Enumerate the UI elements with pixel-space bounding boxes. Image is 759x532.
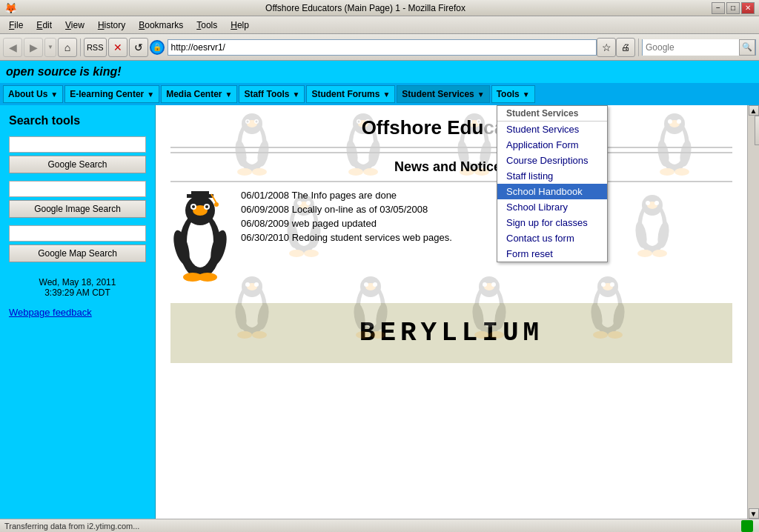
back-button[interactable]: ◀ bbox=[3, 38, 22, 57]
nav-staff-tools[interactable]: Staff Tools▼ bbox=[239, 85, 305, 103]
bookmark-star[interactable]: ☆ bbox=[597, 38, 616, 57]
site-title-area: Offshore Educators News and Notices bbox=[156, 105, 747, 288]
toolbar: ◀ ▶ ▼ ⌂ RSS ✕ ↺ 🔒 ☆ 🖨 🔍 bbox=[0, 34, 759, 61]
print-button[interactable]: 🖨 bbox=[616, 38, 635, 57]
svg-point-111 bbox=[252, 331, 267, 339]
svg-point-92 bbox=[192, 205, 195, 208]
dropdown-staff-listing[interactable]: Staff listing bbox=[497, 168, 607, 184]
dropdown-contact-form[interactable]: Contact us form bbox=[497, 230, 607, 246]
svg-point-121 bbox=[371, 331, 385, 339]
google-image-field[interactable] bbox=[9, 181, 146, 197]
site-tagline: open source is king! bbox=[6, 65, 122, 79]
svg-point-93 bbox=[205, 205, 208, 208]
google-search-go[interactable]: 🔍 bbox=[739, 39, 755, 56]
sidebar: Search tools Google Search Google Image … bbox=[0, 105, 156, 519]
svg-point-110 bbox=[237, 331, 252, 339]
titlebar: 🦊 Offshore Educators (Main Page) 1 - Moz… bbox=[0, 0, 759, 16]
svg-point-140 bbox=[593, 331, 608, 339]
close-button[interactable]: ✕ bbox=[741, 2, 755, 14]
forward-button[interactable]: ▶ bbox=[24, 38, 43, 57]
window-title: Offshore Educators (Main Page) 1 - Mozil… bbox=[19, 3, 712, 13]
svg-point-97 bbox=[198, 273, 217, 282]
news-item-4: 06/30/2010 Redoing student services web … bbox=[241, 232, 732, 243]
scrollbar[interactable]: ▲ ▼ bbox=[747, 105, 759, 519]
address-input[interactable] bbox=[168, 39, 597, 56]
nav-elearning[interactable]: E-learning Center▼ bbox=[64, 85, 159, 103]
menu-edit[interactable]: Edit bbox=[30, 19, 58, 32]
svg-rect-99 bbox=[191, 191, 209, 196]
maximize-button[interactable]: □ bbox=[726, 2, 740, 14]
news-item-2: 06/09/2008 Locally on-line as of 03/05/2… bbox=[241, 204, 732, 215]
google-search-input[interactable] bbox=[643, 39, 739, 56]
stop-button[interactable]: ✕ bbox=[108, 38, 127, 57]
dropdown-school-library[interactable]: School Library bbox=[497, 199, 607, 215]
dropdown-header: Student Services bbox=[497, 106, 607, 122]
menu-history[interactable]: History bbox=[92, 19, 131, 32]
mascot bbox=[170, 190, 230, 288]
news-section-title: News and Notices bbox=[170, 159, 732, 175]
main-content: Offshore Educators News and Notices bbox=[156, 105, 747, 519]
statusbar: Transferring data from i2.ytimg.com... bbox=[0, 519, 759, 532]
scrollbar-up[interactable]: ▲ bbox=[749, 105, 759, 116]
toolbar-sep-2 bbox=[638, 39, 639, 56]
dropdown-student-services[interactable]: Student Services bbox=[497, 122, 607, 137]
dropdown-app-form[interactable]: Application Form bbox=[497, 137, 607, 153]
nav-tools[interactable]: Tools▼ bbox=[491, 85, 535, 103]
window-controls: − □ ✕ bbox=[712, 2, 755, 14]
dropdown-signup-classes[interactable]: Sign up for classes bbox=[497, 215, 607, 230]
search-box-container: 🔍 bbox=[642, 39, 756, 56]
svg-point-130 bbox=[474, 331, 489, 339]
menu-bookmarks[interactable]: Bookmarks bbox=[133, 19, 189, 32]
sidebar-datetime: Wed, May 18, 20113:39:29 AM CDT bbox=[9, 277, 146, 298]
security-icon: 🔒 bbox=[150, 40, 165, 55]
nav-about-us[interactable]: About Us▼ bbox=[3, 85, 63, 103]
google-image-button[interactable]: Google Image Search bbox=[9, 200, 146, 218]
menu-tools[interactable]: Tools bbox=[190, 19, 223, 32]
reload-button[interactable]: ↺ bbox=[129, 38, 148, 57]
news-area: 06/01/2008 The Info pages are done 06/09… bbox=[170, 190, 732, 288]
news-item-3: 06/08/2009 web paged updated bbox=[241, 218, 732, 229]
google-map-field[interactable] bbox=[9, 225, 146, 242]
site-header-banner: open source is king! bbox=[0, 61, 759, 83]
news-items-list: 06/01/2008 The Info pages are done 06/09… bbox=[241, 190, 732, 246]
dropdown-form-reset[interactable]: Form reset bbox=[497, 246, 607, 262]
google-map-button[interactable]: Google Map Search bbox=[9, 245, 146, 262]
nav-bar: About Us▼ E-learning Center▼ Media Cente… bbox=[0, 83, 759, 105]
home-button[interactable]: ⌂ bbox=[58, 38, 77, 57]
sidebar-title: Search tools bbox=[9, 114, 146, 127]
google-search-field[interactable] bbox=[9, 136, 146, 153]
menu-help[interactable]: Help bbox=[225, 19, 255, 32]
status-text: Transferring data from i2.ytimg.com... bbox=[4, 522, 139, 531]
content-with-bg: Offshore Educators News and Notices bbox=[156, 105, 747, 365]
status-indicator bbox=[741, 520, 753, 532]
student-services-dropdown: Student Services Student Services Applic… bbox=[497, 105, 608, 262]
dropdown-course-desc[interactable]: Course Desriptions bbox=[497, 153, 607, 168]
minimize-button[interactable]: − bbox=[712, 2, 725, 14]
menubar: File Edit View History Bookmarks Tools H… bbox=[0, 16, 759, 34]
scrollbar-down[interactable]: ▼ bbox=[749, 508, 759, 519]
svg-point-101 bbox=[214, 202, 219, 207]
nav-student-forums[interactable]: Student Forums▼ bbox=[306, 85, 395, 103]
scrollbar-thumb[interactable] bbox=[755, 116, 760, 145]
site-title: Offshore Educators bbox=[170, 116, 732, 148]
main-area: Search tools Google Search Google Image … bbox=[0, 105, 759, 519]
forward-dropdown[interactable]: ▼ bbox=[44, 38, 56, 57]
nav-student-services[interactable]: Student Services▼ bbox=[397, 85, 489, 103]
svg-point-120 bbox=[356, 331, 371, 339]
toolbar-sep-1 bbox=[80, 39, 81, 56]
address-bar: 🔒 ☆ 🖨 bbox=[150, 39, 635, 56]
menu-file[interactable]: File bbox=[3, 19, 29, 32]
feed-button[interactable]: RSS bbox=[84, 38, 107, 57]
dropdown-school-handbook[interactable]: School Handbook bbox=[497, 184, 607, 199]
google-search-button[interactable]: Google Search bbox=[9, 156, 146, 173]
svg-point-141 bbox=[608, 331, 623, 339]
webpage-feedback-link[interactable]: Webpage feedback bbox=[9, 307, 146, 318]
nav-media-center[interactable]: Media Center▼ bbox=[161, 85, 237, 103]
window-icon: 🦊 bbox=[4, 2, 19, 14]
svg-point-131 bbox=[489, 331, 504, 339]
news-item-1: 06/01/2008 The Info pages are done bbox=[241, 190, 732, 201]
menu-view[interactable]: View bbox=[59, 19, 90, 32]
